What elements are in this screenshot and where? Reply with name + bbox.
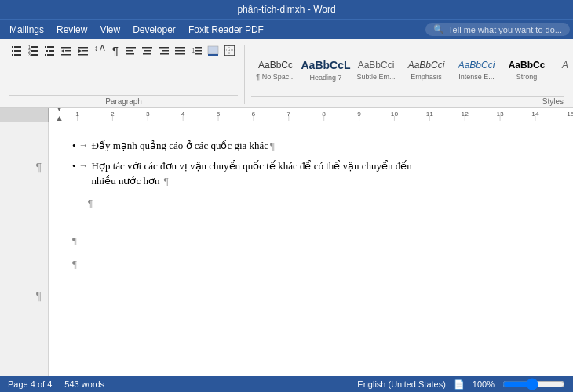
- document-content[interactable]: • → Đẩy mạnh quảng cáo ở các quốc gia kh…: [49, 122, 573, 376]
- gutter-mark-1: ¶: [35, 162, 48, 172]
- list-item: • → Hợp tác với các đơn vị vận chuyển qu…: [72, 158, 557, 189]
- shading-button[interactable]: [206, 44, 221, 58]
- svg-rect-39: [175, 53, 185, 55]
- menu-mailings[interactable]: Mailings: [3, 22, 50, 38]
- paragraph-label: Paragraph: [9, 95, 238, 107]
- svg-rect-34: [159, 47, 169, 49]
- svg-rect-30: [126, 53, 134, 55]
- line-spacing-button[interactable]: ↕: [189, 44, 205, 58]
- align-right-button[interactable]: [156, 44, 172, 58]
- align-left-button[interactable]: [123, 44, 139, 58]
- ribbon: 1.2.3. ↕A ¶: [0, 39, 573, 108]
- svg-marker-19: [61, 49, 64, 53]
- sort-button[interactable]: ↕A: [92, 44, 108, 58]
- svg-rect-3: [14, 50, 21, 52]
- menu-review[interactable]: Review: [50, 22, 93, 38]
- list-bullet-button[interactable]: [9, 44, 25, 58]
- title-bar: phân-tích-dlmxh - Word: [0, 0, 573, 19]
- status-right: English (United States) 📄 100%: [357, 379, 565, 390]
- status-zoom: 100%: [473, 379, 495, 389]
- svg-rect-25: [78, 54, 88, 56]
- line-2-text: Hợp tác với các đơn vị vận chuyển quốc t…: [92, 158, 557, 189]
- svg-rect-35: [162, 50, 169, 52]
- menu-developer[interactable]: Developer: [126, 22, 182, 38]
- document-area: ¶ ¶ • → Đẩy mạnh quảng cáo ở các quốc gi…: [0, 122, 573, 376]
- svg-rect-4: [12, 54, 13, 56]
- decrease-indent-button[interactable]: [59, 44, 75, 58]
- svg-rect-45: [208, 54, 218, 56]
- svg-rect-12: [45, 46, 46, 48]
- zoom-slider[interactable]: [502, 379, 565, 389]
- svg-marker-23: [78, 49, 82, 53]
- menu-view[interactable]: View: [93, 22, 126, 38]
- empty-para-mark-2: ¶: [72, 234, 77, 247]
- arrow-symbol-2: →: [79, 158, 89, 189]
- svg-text:↕: ↕: [94, 45, 98, 53]
- borders-button[interactable]: [222, 44, 238, 58]
- style-intense-name: Intense E...: [458, 73, 495, 81]
- svg-rect-5: [14, 54, 21, 56]
- styles-row: AaBbCc ¶ No Spac... AaBbCcL Heading 7 Aa…: [251, 45, 564, 95]
- svg-rect-33: [143, 53, 151, 55]
- svg-rect-24: [82, 50, 88, 52]
- style-intense-e[interactable]: AaBbCci Intense E...: [452, 49, 501, 92]
- svg-rect-1: [14, 46, 21, 48]
- svg-rect-15: [49, 50, 54, 52]
- style-quote[interactable]: AaBbC Quote: [553, 49, 568, 92]
- style-intense-preview: AaBbCci: [458, 60, 495, 71]
- list-item: • → Đẩy mạnh quảng cáo ở các quốc gia kh…: [72, 138, 557, 154]
- empty-para-1: ¶: [88, 195, 557, 211]
- svg-rect-38: [175, 50, 185, 52]
- svg-rect-28: [126, 47, 136, 49]
- menu-foxit[interactable]: Foxit Reader PDF: [182, 22, 270, 38]
- increase-indent-button[interactable]: [75, 44, 91, 58]
- justify-button[interactable]: [173, 44, 188, 58]
- svg-rect-37: [175, 47, 185, 49]
- style-subtle-em[interactable]: AaBbCci Subtle Em...: [352, 49, 400, 92]
- style-no-spacing-preview: AaBbCc: [258, 60, 293, 71]
- arrow-symbol-1: →: [79, 138, 89, 154]
- svg-rect-11: [31, 54, 38, 56]
- svg-rect-16: [45, 54, 46, 56]
- style-no-spacing[interactable]: AaBbCc ¶ No Spac...: [251, 49, 300, 92]
- svg-rect-32: [144, 50, 151, 52]
- style-subtle-preview: AaBbCci: [358, 60, 395, 71]
- status-words: 543 words: [64, 379, 104, 389]
- style-quote-preview: AaBbC: [562, 60, 568, 71]
- svg-rect-46: [224, 45, 235, 56]
- align-center-button[interactable]: [140, 44, 155, 58]
- ruler-container: // This is a template marker - rendered …: [0, 108, 573, 122]
- status-bar: Page 4 of 4 543 words English (United St…: [0, 376, 573, 392]
- style-heading7-preview: AaBbCcL: [301, 59, 351, 72]
- multilevel-list-button[interactable]: [42, 44, 58, 58]
- left-gutter: ¶ ¶: [0, 122, 49, 376]
- style-emphasis[interactable]: AaBbCci Emphasis: [402, 49, 451, 92]
- svg-rect-7: [31, 46, 38, 48]
- line-1-text: Đẩy mạnh quảng cáo ở các quốc gia khác: [92, 138, 269, 154]
- style-subtle-name: Subtle Em...: [356, 73, 395, 81]
- style-heading7-name: Heading 7: [309, 74, 341, 82]
- svg-rect-44: [208, 46, 218, 54]
- bullet-symbol-2: •: [72, 158, 76, 189]
- ruler-left-gap: [0, 108, 49, 122]
- status-view-icon[interactable]: 📄: [454, 379, 465, 390]
- style-quote-name: Quote: [568, 73, 568, 81]
- styles-section: AaBbCc ¶ No Spac... AaBbCcL Heading 7 Aa…: [246, 42, 568, 107]
- svg-text:A: A: [100, 45, 105, 53]
- svg-rect-31: [142, 47, 152, 49]
- show-marks-button[interactable]: ¶: [108, 44, 122, 58]
- svg-rect-21: [61, 54, 71, 56]
- paragraph-tools: 1.2.3. ↕A ¶: [9, 44, 238, 95]
- list-number-button[interactable]: 1.2.3.: [26, 44, 42, 58]
- styles-label: Styles: [251, 96, 564, 107]
- svg-text:15: 15: [567, 111, 573, 118]
- style-strong[interactable]: AaBbCc Strong: [502, 49, 551, 92]
- status-page: Page 4 of 4: [8, 379, 52, 389]
- svg-text:3.: 3.: [28, 53, 31, 57]
- paragraph-group: 1.2.3. ↕A ¶: [5, 42, 243, 107]
- svg-rect-13: [47, 46, 54, 48]
- style-heading7[interactable]: AaBbCcL Heading 7: [301, 49, 350, 92]
- search-icon: 🔍: [433, 24, 444, 34]
- svg-rect-0: [12, 46, 13, 48]
- search-box[interactable]: 🔍 Tell me what you want to do...: [425, 23, 570, 36]
